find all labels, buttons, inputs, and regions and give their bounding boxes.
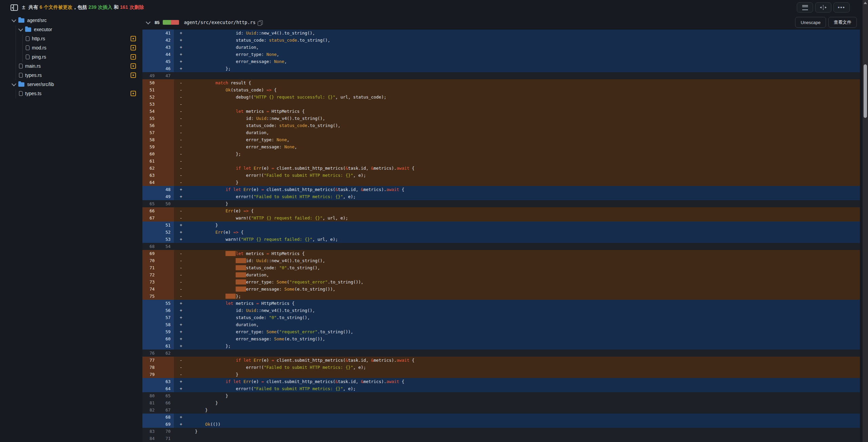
code-cell: - error_type: Some("request_error".to_st… bbox=[174, 278, 860, 286]
code-text: error_type: None, bbox=[174, 51, 279, 58]
new-line-number bbox=[159, 214, 174, 222]
file-actions: Unescape 查看文件 bbox=[795, 17, 860, 28]
new-line-number: 66 bbox=[159, 399, 174, 406]
tree-file-ping.rs[interactable]: ping.rs bbox=[0, 52, 142, 61]
diff-row: 8267 } bbox=[142, 406, 860, 414]
new-line-number: 68 bbox=[159, 414, 174, 421]
collapse-file-chevron-icon[interactable] bbox=[146, 19, 151, 24]
file-icon bbox=[26, 45, 29, 50]
tree-file-http.rs[interactable]: http.rs bbox=[0, 34, 142, 43]
more-options-button[interactable]: ••• bbox=[833, 2, 850, 13]
old-line-number bbox=[142, 300, 159, 307]
code-text: } bbox=[174, 399, 218, 406]
new-line-number: 50 bbox=[159, 200, 174, 207]
scrollbar[interactable] bbox=[863, 0, 868, 442]
tree-file-mod.rs[interactable]: mod.rs bbox=[0, 43, 142, 52]
new-line-number: 41 bbox=[159, 29, 174, 37]
split-view-button[interactable] bbox=[815, 2, 831, 13]
new-line-number bbox=[159, 371, 174, 378]
diff-row: 51+ } bbox=[142, 222, 860, 229]
diff-row: 72- duration, bbox=[142, 271, 860, 278]
code-cell: - if let Err(e) = client.submit_http_met… bbox=[174, 357, 860, 364]
diff-marker: - bbox=[180, 79, 182, 86]
diff-marker: - bbox=[180, 357, 182, 364]
diff-row: 55- id: Uuid::new_v4().to_string(), bbox=[142, 115, 860, 122]
diff-marker: + bbox=[180, 414, 182, 421]
scrollbar-thumb[interactable] bbox=[864, 64, 867, 118]
view-file-button[interactable]: 查看文件 bbox=[828, 17, 857, 28]
new-line-number: 65 bbox=[159, 392, 174, 399]
diff-row: 49+ error!("Failed to submit HTTP metric… bbox=[142, 193, 860, 200]
code-text: let metrics = HttpMetrics { bbox=[174, 250, 305, 257]
file-icon bbox=[19, 64, 23, 68]
new-line-number: 53 bbox=[159, 236, 174, 243]
unescape-button[interactable]: Unescape bbox=[795, 17, 826, 28]
old-line-number: 59 bbox=[142, 143, 159, 150]
scroll-up-arrow-icon[interactable] bbox=[864, 2, 867, 4]
new-line-number bbox=[159, 250, 174, 257]
old-line-number: 63 bbox=[142, 172, 159, 179]
old-line-number: 75 bbox=[142, 293, 159, 300]
new-line-number: 63 bbox=[159, 378, 174, 385]
diff-row: 50- match result { bbox=[142, 79, 860, 86]
diff-row: 8065 } bbox=[142, 392, 860, 399]
new-line-number: 46 bbox=[159, 65, 174, 72]
diff-marker: - bbox=[180, 250, 182, 257]
code-cell: - warn!("HTTP {} request failed: {}", ur… bbox=[174, 214, 860, 222]
tree-folder-agent/src[interactable]: agent/src bbox=[0, 16, 142, 25]
diff-marker: + bbox=[180, 328, 182, 335]
tree-file-main.rs[interactable]: main.rs bbox=[0, 61, 142, 70]
diff-marker: - bbox=[180, 86, 182, 93]
sidebar-toggle-icon[interactable] bbox=[11, 4, 18, 11]
new-line-number: 43 bbox=[159, 44, 174, 51]
diff-file-header: 85 agent/src/executor/http.rs Unescape 查… bbox=[142, 16, 860, 29]
diff-marker: + bbox=[180, 300, 182, 307]
code-cell bbox=[174, 72, 860, 79]
diff-marker: - bbox=[180, 172, 182, 179]
new-line-number bbox=[159, 150, 174, 157]
code-text: if let Err(e) = client.submit_http_metri… bbox=[174, 165, 414, 172]
code-cell: - }; bbox=[174, 293, 860, 300]
diff-marker: - bbox=[180, 93, 182, 101]
code-cell: + let metrics = HttpMetrics { bbox=[174, 300, 860, 307]
old-line-number: 61 bbox=[142, 157, 159, 165]
tree-folder-executor[interactable]: executor bbox=[0, 25, 142, 34]
code-cell: - Ok(status_code) => { bbox=[174, 86, 860, 93]
old-line-number: 76 bbox=[142, 350, 159, 357]
additions-bar bbox=[163, 20, 171, 25]
diff-row: 53- bbox=[142, 101, 860, 108]
sidebar: agent/srcexecutorhttp.rsmod.rsping.rsmai… bbox=[0, 15, 142, 442]
tree-file-types.rs[interactable]: types.rs bbox=[0, 70, 142, 80]
new-line-number: 55 bbox=[159, 300, 174, 307]
summary-prefix: 共有 bbox=[28, 4, 40, 10]
new-line-number bbox=[159, 271, 174, 278]
new-line-number: 52 bbox=[159, 229, 174, 236]
new-line-number: 70 bbox=[159, 428, 174, 435]
diff-marker: - bbox=[180, 278, 182, 286]
ellipsis-icon: ••• bbox=[838, 6, 845, 9]
code-text: }; bbox=[174, 342, 231, 350]
old-line-number bbox=[142, 378, 159, 385]
modified-indicator bbox=[131, 63, 136, 69]
tree-file-types.ts[interactable]: types.ts bbox=[0, 89, 142, 98]
diff-marker: - bbox=[180, 136, 182, 143]
diff-marker: + bbox=[180, 421, 182, 428]
code-cell: + error_type: Some("request_error".to_st… bbox=[174, 328, 860, 335]
copy-path-icon[interactable] bbox=[259, 20, 263, 25]
old-line-number bbox=[142, 58, 159, 65]
modified-indicator bbox=[131, 72, 136, 78]
code-text: error_type: Some("request_error".to_stri… bbox=[174, 328, 353, 335]
new-line-number: 62 bbox=[159, 350, 174, 357]
code-text: status_code: "0".to_string(), bbox=[174, 264, 320, 271]
code-text: let metrics = HttpMetrics { bbox=[174, 108, 305, 115]
unified-view-button[interactable] bbox=[797, 2, 813, 13]
old-line-number bbox=[142, 229, 159, 236]
code-text: } bbox=[174, 371, 238, 378]
code-text: } bbox=[174, 200, 228, 207]
old-line-number bbox=[142, 186, 159, 193]
diff-row: 64- } bbox=[142, 179, 860, 186]
tree-folder-server/src/lib[interactable]: server/src/lib bbox=[0, 80, 142, 89]
diff-row: 71- status_code: "0".to_string(), bbox=[142, 264, 860, 271]
code-text: Err(e) => { bbox=[174, 207, 254, 214]
code-cell: - } bbox=[174, 179, 860, 186]
